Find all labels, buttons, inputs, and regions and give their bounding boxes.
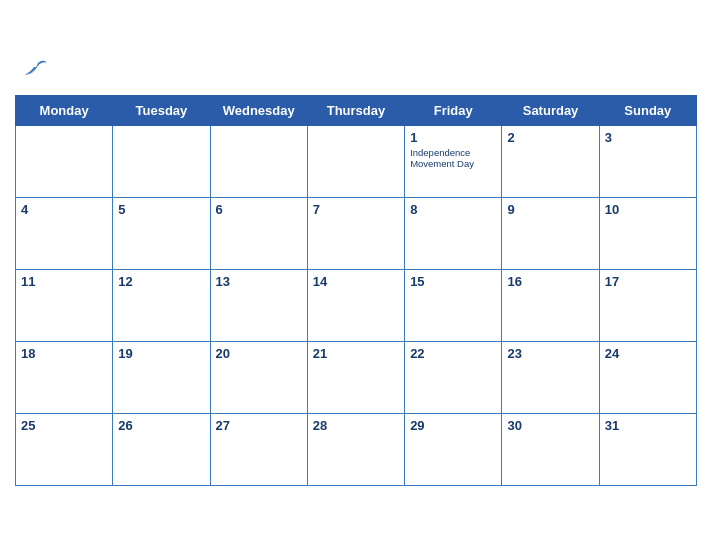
calendar-cell <box>16 126 113 198</box>
day-number: 2 <box>507 130 593 145</box>
day-number: 21 <box>313 346 399 361</box>
calendar-cell <box>113 126 210 198</box>
weekday-header-row: MondayTuesdayWednesdayThursdayFridaySatu… <box>16 96 697 126</box>
calendar-cell: 13 <box>210 270 307 342</box>
calendar-week-row: 45678910 <box>16 198 697 270</box>
calendar-cell: 31 <box>599 414 696 486</box>
calendar-cell: 26 <box>113 414 210 486</box>
calendar-cell: 19 <box>113 342 210 414</box>
calendar-cell: 16 <box>502 270 599 342</box>
calendar-cell: 10 <box>599 198 696 270</box>
day-number: 7 <box>313 202 399 217</box>
weekday-header-thursday: Thursday <box>307 96 404 126</box>
calendar-cell: 20 <box>210 342 307 414</box>
calendar-header <box>15 59 697 87</box>
day-number: 24 <box>605 346 691 361</box>
calendar-cell: 18 <box>16 342 113 414</box>
day-number: 26 <box>118 418 204 433</box>
day-number: 3 <box>605 130 691 145</box>
day-number: 23 <box>507 346 593 361</box>
calendar-cell: 22 <box>405 342 502 414</box>
calendar-cell: 1Independence Movement Day <box>405 126 502 198</box>
calendar-cell: 5 <box>113 198 210 270</box>
day-number: 10 <box>605 202 691 217</box>
calendar-cell: 21 <box>307 342 404 414</box>
day-number: 16 <box>507 274 593 289</box>
calendar-cell: 15 <box>405 270 502 342</box>
calendar-week-row: 25262728293031 <box>16 414 697 486</box>
calendar-cell <box>210 126 307 198</box>
calendar-cell: 30 <box>502 414 599 486</box>
calendar-week-row: 11121314151617 <box>16 270 697 342</box>
logo-icon <box>19 59 51 87</box>
calendar-cell <box>307 126 404 198</box>
day-number: 29 <box>410 418 496 433</box>
logo-area <box>19 59 53 87</box>
calendar-cell: 4 <box>16 198 113 270</box>
calendar-cell: 23 <box>502 342 599 414</box>
calendar-cell: 7 <box>307 198 404 270</box>
calendar-cell: 24 <box>599 342 696 414</box>
day-number: 15 <box>410 274 496 289</box>
day-number: 17 <box>605 274 691 289</box>
day-number: 19 <box>118 346 204 361</box>
weekday-header-sunday: Sunday <box>599 96 696 126</box>
day-number: 25 <box>21 418 107 433</box>
day-number: 12 <box>118 274 204 289</box>
calendar-cell: 8 <box>405 198 502 270</box>
day-number: 6 <box>216 202 302 217</box>
weekday-header-saturday: Saturday <box>502 96 599 126</box>
day-number: 14 <box>313 274 399 289</box>
day-number: 22 <box>410 346 496 361</box>
day-number: 5 <box>118 202 204 217</box>
weekday-header-monday: Monday <box>16 96 113 126</box>
calendar-cell: 11 <box>16 270 113 342</box>
weekday-header-tuesday: Tuesday <box>113 96 210 126</box>
day-number: 31 <box>605 418 691 433</box>
day-number: 11 <box>21 274 107 289</box>
calendar-cell: 2 <box>502 126 599 198</box>
calendar-cell: 9 <box>502 198 599 270</box>
day-number: 13 <box>216 274 302 289</box>
day-number: 4 <box>21 202 107 217</box>
calendar-cell: 14 <box>307 270 404 342</box>
day-number: 30 <box>507 418 593 433</box>
day-number: 9 <box>507 202 593 217</box>
calendar-week-row: 18192021222324 <box>16 342 697 414</box>
calendar-cell: 3 <box>599 126 696 198</box>
calendar-cell: 29 <box>405 414 502 486</box>
calendar-week-row: 1Independence Movement Day23 <box>16 126 697 198</box>
day-number: 20 <box>216 346 302 361</box>
calendar-cell: 27 <box>210 414 307 486</box>
day-number: 8 <box>410 202 496 217</box>
calendar-wrapper: MondayTuesdayWednesdayThursdayFridaySatu… <box>0 49 712 501</box>
calendar-cell: 12 <box>113 270 210 342</box>
holiday-label: Independence Movement Day <box>410 147 496 170</box>
day-number: 18 <box>21 346 107 361</box>
calendar-cell: 17 <box>599 270 696 342</box>
calendar-cell: 6 <box>210 198 307 270</box>
day-number: 28 <box>313 418 399 433</box>
calendar-cell: 25 <box>16 414 113 486</box>
weekday-header-friday: Friday <box>405 96 502 126</box>
day-number: 27 <box>216 418 302 433</box>
calendar-table: MondayTuesdayWednesdayThursdayFridaySatu… <box>15 95 697 486</box>
weekday-header-wednesday: Wednesday <box>210 96 307 126</box>
calendar-cell: 28 <box>307 414 404 486</box>
day-number: 1 <box>410 130 496 145</box>
